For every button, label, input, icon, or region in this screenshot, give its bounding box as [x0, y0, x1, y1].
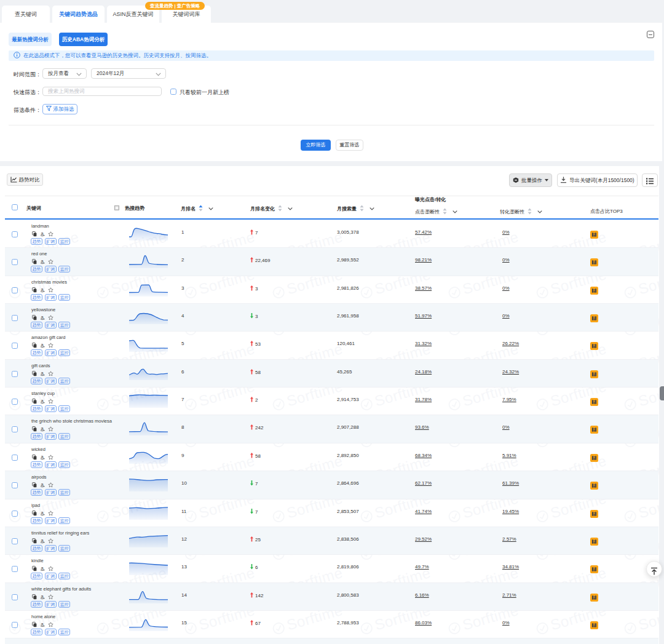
svg-text:a: a — [41, 398, 44, 403]
svg-text:a: a — [41, 482, 44, 487]
svg-text:a: a — [41, 258, 44, 264]
svg-text:a: a — [41, 594, 44, 599]
svg-text:a: a — [41, 565, 44, 571]
svg-text:a: a — [41, 538, 44, 543]
svg-text:a: a — [41, 510, 44, 515]
svg-text:a: a — [41, 370, 44, 376]
svg-text:a: a — [41, 231, 44, 236]
svg-text:a: a — [41, 621, 44, 627]
svg-text:a: a — [41, 342, 44, 348]
svg-text:a: a — [41, 287, 44, 292]
svg-text:a: a — [41, 314, 44, 320]
svg-text:a: a — [41, 426, 44, 431]
svg-text:a: a — [41, 454, 44, 459]
